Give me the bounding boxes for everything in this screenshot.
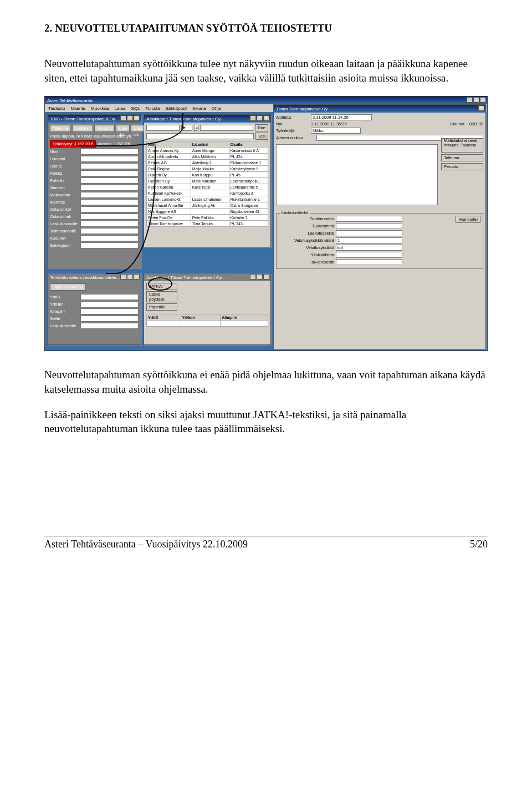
- table-row[interactable]: Peten Puu OyPete PalikkaKoivutie 2: [147, 215, 268, 221]
- aineisto-button[interactable]: Aineisto: [94, 125, 115, 132]
- table-row[interactable]: Nils Byggare ASBogstadveien 48: [147, 209, 268, 215]
- cust-header-2: Osoite: [229, 141, 268, 148]
- left-field-9[interactable]: 470,88: [80, 214, 139, 220]
- menu-ohje[interactable]: Ohje: [212, 106, 221, 111]
- minimize-icon[interactable]: _: [250, 274, 256, 280]
- minimize-icon[interactable]: _: [120, 274, 126, 280]
- maaraaksi-button[interactable]: Määräaksi alkavat minuutit, Tallenna: [441, 138, 483, 153]
- lasku-field-1[interactable]: [336, 223, 402, 229]
- table-row[interactable]: Disketti OyKari KorppuPL 45: [147, 172, 268, 178]
- menu-muokkaa[interactable]: Muokkaa: [91, 106, 109, 111]
- tyontekija-field[interactable]: Mikko: [311, 128, 361, 134]
- minimize-icon[interactable]: _: [250, 115, 256, 121]
- rae-button[interactable]: Rae: [255, 124, 268, 131]
- erääntynyt-button[interactable]: Erääntynyt 3 762,20 €: [50, 140, 96, 148]
- peruuta-button[interactable]: Peruuta: [441, 163, 483, 170]
- maximize-icon[interactable]: □: [257, 115, 263, 121]
- maximize-icon[interactable]: □: [127, 115, 133, 121]
- task-field-3[interactable]: [80, 316, 139, 322]
- table-row[interactable]: Annen Ananas KyAnne MangoKasarmikatu 6 A: [147, 148, 268, 154]
- lasku-field-6[interactable]: [336, 259, 402, 265]
- lasku-field-5[interactable]: [336, 252, 402, 258]
- table-row[interactable]: Tiinan ToimistopalveTiina TarkkaPL 343: [147, 221, 268, 227]
- jatka-button[interactable]: JATKA!: [146, 283, 177, 290]
- table-row[interactable]: Betrieb AGAbteilung 2Einkaufsstrasse 1: [147, 160, 268, 166]
- left-field-12[interactable]: [80, 235, 139, 241]
- left-field-11[interactable]: [80, 228, 139, 234]
- filter-field-3[interactable]: [200, 125, 253, 131]
- menu-maarita[interactable]: Maarita: [70, 106, 85, 111]
- maximize-icon[interactable]: □: [127, 274, 133, 280]
- table-row[interactable]: Floristien OyMatti MäkinenLakimiehenpolk…: [147, 178, 268, 184]
- maximize-icon[interactable]: □: [257, 274, 263, 280]
- table-row[interactable]: Modehuset Anna-BeJönköping AbÖstra Storg…: [147, 202, 268, 209]
- left-field-4[interactable]: 09-124455: [80, 177, 139, 184]
- lasku-field-2[interactable]: [336, 230, 402, 236]
- close-icon[interactable]: ×: [480, 97, 486, 103]
- left-field-3[interactable]: 00101 HELSINKI: [80, 170, 139, 176]
- menu-sahkoposti[interactable]: Sähköposti: [166, 106, 188, 111]
- table-row[interactable]: Kallen GalleriaKalle KipsiLehtisaarentie…: [147, 184, 268, 190]
- task-browse-title: Tehtävän selaus (asiakkaan kiinte...: [50, 275, 120, 280]
- left-field-2[interactable]: PL 343: [80, 163, 139, 169]
- lasku-field-0[interactable]: [336, 216, 402, 222]
- left-field-8[interactable]: 10: [80, 206, 139, 212]
- left-field-13[interactable]: [80, 242, 139, 248]
- left-field-6[interactable]: 3: [80, 192, 139, 198]
- kotisivut-button[interactable]: Kotisivut: [72, 125, 93, 132]
- hae-tuote-button[interactable]: Hae tuote!: [456, 216, 480, 223]
- menu-tiedosto[interactable]: Tiedosto: [48, 106, 65, 111]
- minimize-icon[interactable]: _: [467, 97, 473, 103]
- menu-lataa[interactable]: Lataa: [115, 106, 126, 111]
- menu-tulosta[interactable]: Tulosta: [146, 106, 160, 111]
- cust-cell: Rukatunturintie 1: [229, 196, 268, 202]
- table-row[interactable]: Lassen LomamokitLasse LimalainenRukatunt…: [147, 196, 268, 202]
- page-footer: Asteri Tehtäväseuranta – Vuosipäivitys 2…: [44, 536, 488, 550]
- close-icon[interactable]: ×: [263, 274, 269, 280]
- paperille-button[interactable]: Paperille: [146, 303, 177, 311]
- table-row[interactable]: Cafe ReginaMaija MokkaKahvimyllyntie 5: [147, 166, 268, 172]
- menu-ikkuna[interactable]: Ikkuna: [193, 106, 206, 111]
- close-icon[interactable]: ×: [263, 115, 269, 121]
- uusi-doc-button[interactable]: Uusi doc: [116, 125, 130, 132]
- close-icon[interactable]: ×: [134, 274, 140, 280]
- tallenna-button[interactable]: Tallenna: [50, 125, 71, 132]
- cust-cell: Anne Mango: [191, 148, 229, 154]
- etsi-button[interactable]: Etsi: [255, 133, 268, 140]
- lasku-field-4[interactable]: kpl: [336, 245, 402, 251]
- left-field-1[interactable]: Tiina Tarkka: [80, 156, 139, 162]
- left-field-7[interactable]: 5: [80, 199, 139, 205]
- bottom-grid[interactable]: YritID YrNimi Aihepiiri: [146, 314, 268, 327]
- close-icon[interactable]: ×: [478, 105, 484, 111]
- lasku-label-1: Tuoteryhmä: [279, 224, 334, 229]
- table-row[interactable]: Atson Atk-palveluAtso MäkinenPL 434: [147, 154, 268, 160]
- cust-cell: Bogstadveien 48: [229, 209, 268, 215]
- notes-textarea[interactable]: [276, 144, 438, 205]
- uusi-xls-button[interactable]: Uusi xls: [131, 125, 145, 132]
- filter-field-1[interactable]: [146, 125, 180, 131]
- left-field-label-0: Nimi: [50, 149, 79, 154]
- task-field-0[interactable]: [80, 294, 139, 300]
- tallenna-button-right[interactable]: Tallenna: [441, 154, 483, 161]
- table-row[interactable]: Kuntolan KuntokeskKuntopolku 2: [147, 190, 268, 196]
- lasku-label-3: Veloitusyksikkömäärä: [279, 238, 334, 243]
- maximize-icon[interactable]: □: [473, 97, 479, 103]
- left-field-10[interactable]: [80, 221, 139, 227]
- customers-table[interactable]: NimiLisanimiOsoite Annen Ananas KyAnne M…: [146, 141, 268, 227]
- task-field-2[interactable]: [80, 308, 139, 314]
- task-field-1[interactable]: [80, 301, 139, 307]
- filter-field-2[interactable]: ▾: [181, 125, 192, 131]
- task-field-4[interactable]: [80, 323, 139, 329]
- left-field-5[interactable]: 1008: [80, 185, 139, 191]
- aloitettu-field[interactable]: 3.11.2009 11.34.26: [311, 114, 372, 120]
- menu-sql[interactable]: SQL: [131, 106, 140, 111]
- close-icon[interactable]: ×: [134, 115, 140, 121]
- tallenna-muutos-button[interactable]: Tallenna muutos: [50, 283, 86, 291]
- left-field-0[interactable]: Tiinan Toimistopalvelut: [80, 149, 139, 155]
- minimize-icon[interactable]: _: [120, 115, 126, 121]
- lasku-field-3[interactable]: 1: [336, 237, 402, 243]
- laske-button[interactable]: Laske pöydälle: [146, 291, 177, 302]
- cust-cell: [191, 209, 229, 215]
- cust-cell: Östra Storgatan: [229, 202, 268, 209]
- search-field[interactable]: [146, 133, 254, 139]
